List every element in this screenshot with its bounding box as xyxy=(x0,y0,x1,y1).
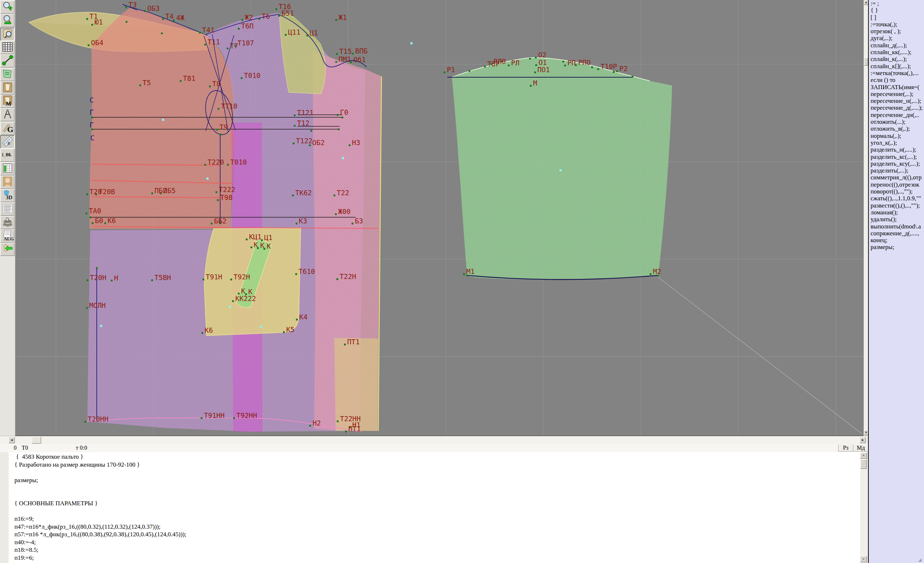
command-item[interactable]: :=метка(точка(,),... xyxy=(869,70,924,76)
scroll-right-button[interactable]: ► xyxy=(860,437,866,443)
command-item[interactable]: сплайн_кк(,....); xyxy=(869,49,924,55)
pattern-point[interactable] xyxy=(218,108,219,110)
pattern-point[interactable] xyxy=(306,34,308,36)
pattern-point[interactable] xyxy=(283,331,285,333)
pattern-point[interactable] xyxy=(144,10,146,12)
pattern-point[interactable] xyxy=(230,279,232,280)
editor-scroll-thumb[interactable] xyxy=(861,460,867,469)
command-item[interactable]: сплайн_к[](,...); xyxy=(869,63,924,70)
pattern-point[interactable] xyxy=(92,222,93,224)
pattern-point[interactable] xyxy=(204,44,206,45)
command-item[interactable]: разделить(,...); xyxy=(869,167,924,174)
pattern-point[interactable] xyxy=(241,77,243,79)
pattern-point[interactable] xyxy=(104,222,106,224)
pattern-point[interactable] xyxy=(597,68,599,70)
snap-point[interactable] xyxy=(260,325,262,328)
command-item[interactable]: удалить(); xyxy=(869,216,924,223)
pattern-point[interactable] xyxy=(233,417,235,419)
pattern-point[interactable] xyxy=(216,129,218,131)
command-item[interactable]: поворот((),..,""); xyxy=(869,188,924,195)
pattern-point[interactable] xyxy=(217,199,219,201)
pattern-point[interactable] xyxy=(338,129,340,130)
pattern-point[interactable] xyxy=(238,28,240,30)
command-item[interactable]: симметрия_л((),отр xyxy=(869,174,924,181)
pattern-point[interactable] xyxy=(294,125,296,127)
pattern-point[interactable] xyxy=(534,72,536,73)
pattern-point[interactable] xyxy=(226,48,228,49)
pattern-point[interactable] xyxy=(204,164,206,166)
snap-point[interactable] xyxy=(207,178,208,180)
pattern-point[interactable] xyxy=(216,191,217,193)
pattern-point[interactable] xyxy=(209,85,211,87)
editor-vscrollbar[interactable]: ˄ ˅ xyxy=(860,452,868,563)
command-item[interactable]: угол_к(,.); xyxy=(869,139,924,146)
command-item[interactable]: разделить_н(,....); xyxy=(869,146,924,153)
pattern-point[interactable] xyxy=(90,217,92,219)
pattern-point[interactable] xyxy=(336,278,338,280)
editor-scroll-down-button[interactable]: ˅ xyxy=(860,556,867,562)
command-item[interactable]: := ; xyxy=(869,0,924,7)
command-item[interactable]: нормаль(,.); xyxy=(869,132,924,139)
pattern-point[interactable] xyxy=(201,332,203,334)
command-item[interactable]: сопряжение_д(,...., xyxy=(869,230,924,237)
pattern-point[interactable] xyxy=(180,80,182,82)
pattern-point[interactable] xyxy=(275,8,277,10)
pattern-point[interactable] xyxy=(140,84,141,86)
command-item[interactable]: сплайн_д(,...); xyxy=(869,42,924,49)
pattern-point[interactable] xyxy=(292,195,294,196)
resize-grip-icon[interactable]: ◢ xyxy=(918,557,923,562)
pattern-point[interactable] xyxy=(227,164,229,166)
pattern-point[interactable] xyxy=(151,279,153,281)
pattern-point[interactable] xyxy=(337,114,339,116)
pattern-point[interactable] xyxy=(199,32,201,34)
md-button[interactable]: Мд xyxy=(853,445,869,451)
command-item[interactable]: разделить_ксу(,...); xyxy=(869,160,924,167)
pattern-point[interactable] xyxy=(202,279,204,280)
pattern-point[interactable] xyxy=(296,319,298,320)
snap-point[interactable] xyxy=(560,169,562,171)
rz-button[interactable]: Рз xyxy=(838,445,853,451)
command-item[interactable]: разделить_кс(,...); xyxy=(869,153,924,160)
ruler-button[interactable]: 8 xyxy=(0,135,14,148)
pattern-point[interactable] xyxy=(162,18,164,20)
vscroll-thumb[interactable] xyxy=(864,58,868,66)
pattern-point[interactable] xyxy=(344,344,346,345)
pattern-point[interactable] xyxy=(444,72,446,73)
command-item[interactable]: размеры; xyxy=(869,244,924,250)
measure-button[interactable] xyxy=(0,54,14,67)
pattern-point[interactable] xyxy=(296,223,297,225)
pattern-point[interactable] xyxy=(161,33,163,34)
grid-button[interactable] xyxy=(0,41,14,54)
pattern-point[interactable] xyxy=(335,213,337,215)
pattern-point[interactable] xyxy=(250,247,252,248)
pattern-point[interactable] xyxy=(258,18,260,20)
pattern-point[interactable] xyxy=(352,53,354,54)
snap-point[interactable] xyxy=(162,119,164,121)
command-item[interactable]: пересечение_дн(,.. xyxy=(869,112,924,118)
pattern-point[interactable] xyxy=(562,61,564,63)
pattern-point[interactable] xyxy=(616,70,618,72)
pattern-point[interactable] xyxy=(295,273,297,275)
pattern-point[interactable] xyxy=(333,195,335,196)
pattern-point[interactable] xyxy=(293,142,294,144)
pattern-point[interactable] xyxy=(535,64,537,66)
pattern-point[interactable] xyxy=(285,34,286,36)
command-item[interactable]: выполнить(dmod\.a xyxy=(869,223,924,230)
zoom-out-button[interactable] xyxy=(0,14,14,27)
pattern-point[interactable] xyxy=(335,61,337,63)
sheet-button[interactable] xyxy=(0,68,14,81)
books-button[interactable] xyxy=(0,216,14,229)
pattern-point[interactable] xyxy=(349,144,351,146)
scroll-left-button[interactable]: ◄ xyxy=(9,437,15,443)
pattern-point[interactable] xyxy=(351,223,353,225)
command-item[interactable]: отложить_в(,.); xyxy=(869,125,924,132)
piece-button[interactable] xyxy=(0,82,14,94)
command-item[interactable]: { } xyxy=(869,7,924,14)
pattern-point[interactable] xyxy=(335,19,337,21)
pattern-point[interactable] xyxy=(564,64,566,66)
pattern-point[interactable] xyxy=(86,193,88,195)
pattern-point[interactable] xyxy=(529,58,531,60)
command-item[interactable]: сплайн_к(,...); xyxy=(869,55,924,63)
grading-button[interactable]: G xyxy=(0,122,14,135)
pattern-point[interactable] xyxy=(650,273,651,275)
